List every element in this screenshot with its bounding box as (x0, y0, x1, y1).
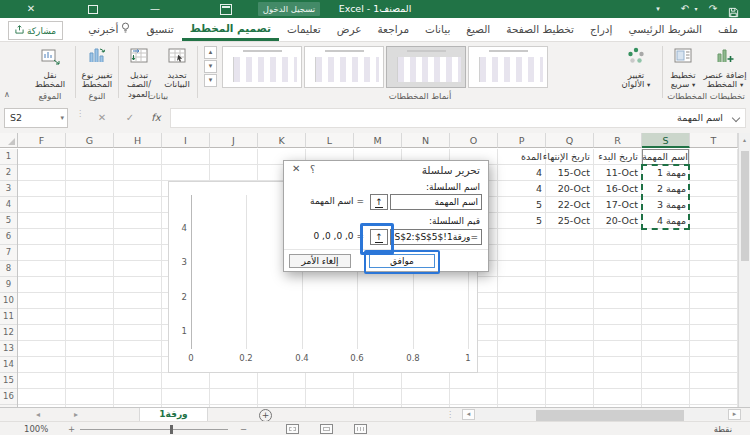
change-chart-type-button[interactable]: تغيير نوعالمخطط (78, 46, 116, 90)
vertical-scrollbar-thumb[interactable] (741, 151, 749, 261)
formula-bar-handle[interactable]: ⋮ (76, 112, 78, 124)
tab-format[interactable]: تنسيق (138, 18, 181, 41)
col-header-L[interactable]: L (306, 133, 354, 148)
cell-R5[interactable]: 20-Oct (598, 213, 638, 229)
col-header-F[interactable]: F (18, 133, 66, 148)
row-header-5[interactable]: 5 (0, 213, 17, 229)
redo-icon[interactable]: ↷ (706, 0, 720, 18)
sheet-nav-left-icon[interactable]: ◂ (36, 408, 40, 421)
cell-P5[interactable]: 5 (502, 213, 542, 229)
move-chart-button[interactable]: نقلالمخطط (28, 46, 72, 90)
zoom-slider-thumb[interactable] (170, 425, 173, 434)
row-header-14[interactable]: 14 (0, 357, 17, 373)
row-header-7[interactable]: 7 (0, 245, 17, 261)
styles-gallery-down-icon[interactable]: ▾ (204, 60, 217, 73)
tab-chart-design[interactable]: تصميم المخطط (182, 18, 279, 41)
cell-P2[interactable]: 4 (502, 165, 542, 181)
formula-bar-input[interactable]: اسم المهمة (170, 108, 746, 128)
col-header-M[interactable]: M (354, 133, 402, 148)
row-header-13[interactable]: 13 (0, 341, 17, 357)
cell-Q4[interactable]: 22-Oct (550, 197, 590, 213)
col-header-Q[interactable]: Q (546, 133, 594, 148)
tab-formulas[interactable]: الصيغ (458, 18, 498, 41)
customize-quick-access-icon[interactable]: ▾ (652, 0, 664, 18)
row-header-1[interactable]: 1 (0, 149, 17, 165)
row-header-10[interactable]: 10 (0, 293, 17, 309)
row-header-2[interactable]: 2 (0, 165, 17, 181)
tab-insert[interactable]: إدراج (582, 18, 620, 41)
tab-review[interactable]: مراجعة (369, 18, 417, 41)
dialog-close-icon[interactable]: ✕ (292, 163, 300, 174)
tab-data[interactable]: بيانات (417, 18, 458, 41)
select-all-corner[interactable] (0, 133, 18, 148)
page-break-preview-icon[interactable] (286, 424, 299, 434)
enter-entry-icon[interactable]: ✓ (120, 108, 140, 128)
vertical-scrollbar[interactable]: ▴ (738, 133, 750, 407)
tab-home[interactable]: الشريط الرئيسي (620, 18, 710, 41)
cancel-button[interactable]: إلغاء الأمر (289, 254, 351, 268)
cell-R1[interactable]: تاريخ البدء (578, 149, 638, 165)
col-header-G[interactable]: G (66, 133, 114, 148)
row-header-9[interactable]: 9 (0, 277, 17, 293)
styles-gallery-up-icon[interactable]: ▴ (204, 46, 217, 59)
cell-Q2[interactable]: 15-Oct (550, 165, 590, 181)
collapse-ribbon-icon[interactable]: ∧ (4, 90, 10, 99)
col-header-S-selected[interactable]: S (642, 133, 690, 148)
select-data-button[interactable]: تحديدالبيانات (158, 46, 196, 90)
cell-P3[interactable]: 4 (502, 181, 542, 197)
cell-R3[interactable]: 16-Oct (598, 181, 638, 197)
horizontal-scrollbar-thumb[interactable] (536, 410, 684, 421)
undo-icon[interactable]: ↶ (678, 0, 692, 18)
add-chart-element-button[interactable]: إضافة عنصرالمخطط ▾ (702, 46, 748, 91)
undo-dropdown-icon[interactable]: ▾ (692, 0, 700, 18)
series-name-input[interactable]: اسم المهمة (390, 194, 482, 210)
chart-style-thumbnail[interactable] (222, 46, 302, 88)
chart-style-thumbnail[interactable] (468, 46, 548, 88)
row-header-8[interactable]: 8 (0, 261, 17, 277)
col-header-O[interactable]: O (450, 133, 498, 148)
cell-R2[interactable]: 11-Oct (598, 165, 638, 181)
col-header-J[interactable]: J (210, 133, 258, 148)
cell-Q3[interactable]: 20-Oct (550, 181, 590, 197)
horizontal-scrollbar[interactable] (476, 409, 728, 420)
tab-file[interactable]: ملف (710, 18, 746, 41)
name-box[interactable]: S2 ▾ (4, 108, 68, 128)
tab-tell-me[interactable]: أخبرني (80, 18, 138, 41)
col-header-R[interactable]: R (594, 133, 642, 148)
row-header-4[interactable]: 4 (0, 197, 17, 213)
col-header-N[interactable]: N (402, 133, 450, 148)
col-header-H[interactable]: H (114, 133, 162, 148)
cell-Q5[interactable]: 25-Oct (550, 213, 590, 229)
row-header-16[interactable]: 16 (0, 389, 17, 405)
normal-view-icon[interactable] (354, 424, 367, 434)
series-values-input[interactable]: =ورقة1!$S$2:$S$5 (390, 229, 482, 245)
row-header-15[interactable]: 15 (0, 373, 17, 389)
row-header-3[interactable]: 3 (0, 181, 17, 197)
page-layout-view-icon[interactable] (320, 424, 333, 434)
cell-R4[interactable]: 17-Oct (598, 197, 638, 213)
row-header-6[interactable]: 6 (0, 229, 17, 245)
scroll-up-icon[interactable]: ▴ (739, 133, 750, 147)
insert-function-icon[interactable]: fx (146, 108, 166, 128)
col-header-T[interactable]: T (690, 133, 738, 148)
name-box-dropdown-icon[interactable]: ▾ (60, 109, 64, 127)
sheet-nav-right-icon[interactable]: ▸ (74, 408, 78, 421)
col-header-P[interactable]: P (498, 133, 546, 148)
dialog-help-icon[interactable]: ؟ (310, 164, 315, 175)
share-button[interactable]: مشاركة (8, 21, 63, 40)
col-header-I[interactable]: I (162, 133, 210, 148)
hscroll-right-icon[interactable]: ▸ (728, 409, 741, 420)
zoom-in-icon[interactable]: + (68, 424, 75, 434)
series-name-range-selector-button[interactable]: ↑ (370, 194, 388, 210)
tab-split-handle[interactable]: ⋮ (446, 408, 454, 421)
chart-style-thumbnail[interactable] (304, 46, 384, 88)
row-header-11[interactable]: 11 (0, 309, 17, 325)
zoom-level[interactable]: 100% (24, 424, 48, 434)
tab-help[interactable]: تعليمات (279, 18, 329, 41)
cancel-entry-icon[interactable]: ✕ (92, 108, 112, 128)
zoom-out-icon[interactable]: − (240, 424, 247, 434)
row-header-12[interactable]: 12 (0, 325, 17, 341)
styles-gallery-more-icon[interactable]: ▾ (204, 74, 217, 87)
cell-Q1[interactable]: تاريخ الإنتهاء (500, 149, 590, 165)
cell-P4[interactable]: 5 (502, 197, 542, 213)
